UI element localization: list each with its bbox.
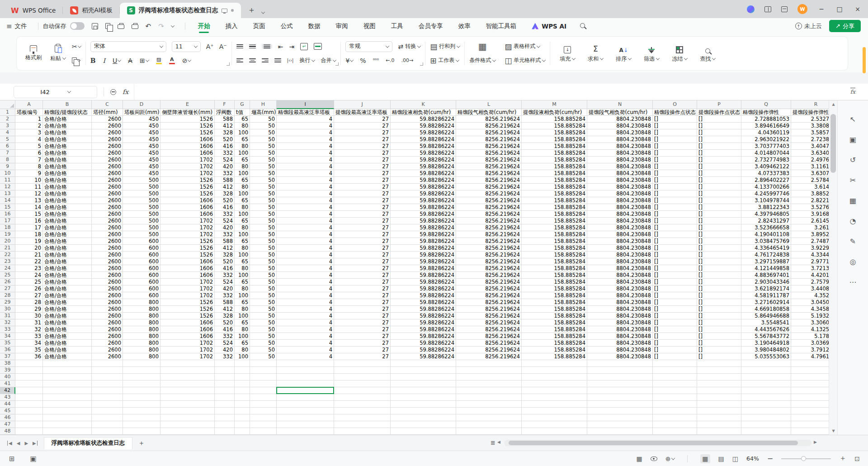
cell-E40[interactable] (160, 374, 215, 380)
cell-M16[interactable]: 158.885284 (522, 211, 587, 218)
cell-N22[interactable]: 8804.230848 (587, 252, 653, 258)
cell-L40[interactable] (456, 374, 522, 380)
cell-A10[interactable]: 9 (15, 170, 43, 177)
cell-O48[interactable] (653, 428, 697, 435)
cell-F32[interactable]: 520 (215, 319, 235, 326)
cell-F19[interactable]: 332 (215, 231, 235, 238)
fullscreen-icon[interactable]: ⊡ (854, 455, 860, 462)
row-header-46[interactable]: 46 (0, 414, 15, 421)
cell-O35[interactable]: [] (653, 340, 697, 347)
cell-R48[interactable] (791, 428, 829, 435)
cell-D5[interactable]: 450 (123, 136, 160, 143)
view-normal-icon[interactable]: ▦ (700, 454, 710, 463)
row-header-5[interactable]: 5 (0, 136, 15, 143)
name-box[interactable]: I42 (14, 86, 97, 98)
menu-tab[interactable]: 视图 (363, 18, 376, 34)
cell-F44[interactable] (215, 401, 235, 408)
cell-D33[interactable]: 800 (123, 326, 160, 333)
cell-C12[interactable]: 2600 (92, 184, 123, 190)
cell-O20[interactable]: [] (653, 238, 697, 245)
cell-K13[interactable]: 59.88286224 (391, 190, 456, 197)
cell-P46[interactable] (697, 414, 741, 421)
cell-O36[interactable]: [] (653, 347, 697, 353)
cell-C40[interactable] (92, 374, 123, 380)
cell-R8[interactable]: 2.4976833 (791, 157, 829, 163)
cell-R37[interactable]: 4.7961888 (791, 353, 829, 360)
cell-N13[interactable]: 8804.230848 (587, 190, 653, 197)
row-header-7[interactable]: 7 (0, 150, 15, 157)
cell-C28[interactable]: 2600 (92, 292, 123, 299)
cell-L47[interactable] (456, 421, 522, 428)
cell-P38[interactable] (697, 360, 741, 367)
cell-G12[interactable]: 80 (235, 184, 250, 190)
cell-J46[interactable] (334, 414, 391, 421)
cell-Q45[interactable] (741, 408, 791, 414)
cell-M7[interactable]: 158.885284 (522, 150, 587, 157)
cell-E31[interactable]: 1526 (160, 313, 215, 319)
font-size-select[interactable]: 11 (172, 41, 201, 52)
cell-F24[interactable]: 416 (215, 265, 235, 272)
cell-I5[interactable]: 4 (277, 136, 334, 143)
cell-K36[interactable]: 59.88286224 (391, 347, 456, 353)
cell-P42[interactable] (697, 387, 741, 394)
cell-Q39[interactable] (741, 367, 791, 374)
cell-N27[interactable]: 8804.230848 (587, 285, 653, 292)
cell-E21[interactable]: 1526 (160, 245, 215, 252)
cell-F37[interactable]: 332 (215, 353, 235, 360)
cell-J16[interactable]: 27 (334, 211, 391, 218)
eye-protection-icon[interactable] (651, 456, 657, 461)
cell-J2[interactable]: 27 (334, 116, 391, 123)
font-family-select[interactable]: 宋体 (90, 41, 166, 52)
cell-P4[interactable]: [] (697, 129, 741, 136)
cell-R13[interactable]: 3.8852033 (791, 190, 829, 197)
cell-K37[interactable]: 59.88286224 (391, 353, 456, 360)
cell-E4[interactable]: 1526 (160, 129, 215, 136)
cell-G4[interactable]: 100 (235, 129, 250, 136)
cell-R20[interactable]: 2.7487093 (791, 238, 829, 245)
column-header-M[interactable]: M (522, 100, 587, 109)
menu-tab[interactable]: 开始 (198, 18, 210, 34)
cell-H29[interactable]: 50 (250, 299, 277, 306)
selected-cell-I42[interactable] (276, 387, 334, 394)
cell-D25[interactable]: 600 (123, 272, 160, 279)
cell-D1[interactable]: 塔板间距(mm) (123, 109, 160, 116)
cell-E2[interactable]: 1526 (160, 116, 215, 123)
zoom-out-button[interactable]: − (767, 454, 773, 463)
cell-A28[interactable]: 27 (15, 292, 43, 299)
column-header-K[interactable]: K (391, 100, 456, 109)
cell-B44[interactable] (43, 401, 92, 408)
cell-I34[interactable]: 4 (277, 333, 334, 340)
cell-D28[interactable]: 600 (123, 292, 160, 299)
cell-Q13[interactable]: 4.245997746 (741, 190, 791, 197)
cell-J40[interactable] (334, 374, 391, 380)
cell-K33[interactable]: 59.88286224 (391, 326, 456, 333)
cell-G41[interactable] (235, 380, 250, 387)
cell-G32[interactable]: 65 (235, 319, 250, 326)
column-header-D[interactable]: D (123, 100, 160, 109)
cell-E45[interactable] (160, 408, 215, 414)
cell-C7[interactable]: 2600 (92, 150, 123, 157)
cell-P41[interactable] (697, 380, 741, 387)
cell-J17[interactable]: 27 (334, 218, 391, 224)
cell-O25[interactable]: [] (653, 272, 697, 279)
file-menu[interactable]: 文件 (15, 22, 27, 30)
cell-N17[interactable]: 8804.230848 (587, 218, 653, 224)
cell-J11[interactable]: 27 (334, 177, 391, 184)
cell-K8[interactable]: 59.88286224 (391, 157, 456, 163)
cell-A32[interactable]: 31 (15, 319, 43, 326)
cell-O14[interactable]: [] (653, 197, 697, 204)
cell-H4[interactable]: 50 (250, 129, 277, 136)
cell-J4[interactable]: 27 (334, 129, 391, 136)
cell-O17[interactable]: [] (653, 218, 697, 224)
row-header-37[interactable]: 37 (0, 353, 15, 360)
cell-B37[interactable]: 合格/合格 (43, 353, 92, 360)
cell-F43[interactable] (215, 394, 235, 401)
cell-C3[interactable]: 2600 (92, 123, 123, 129)
cell-R43[interactable] (791, 394, 829, 401)
sheet-list-icon[interactable]: ≣ (491, 439, 495, 446)
cell-H10[interactable]: 50 (250, 170, 277, 177)
cut-button[interactable]: ✂ (72, 43, 81, 50)
cell-O8[interactable]: [] (653, 157, 697, 163)
cell-C43[interactable] (92, 394, 123, 401)
cell-A31[interactable]: 30 (15, 313, 43, 319)
